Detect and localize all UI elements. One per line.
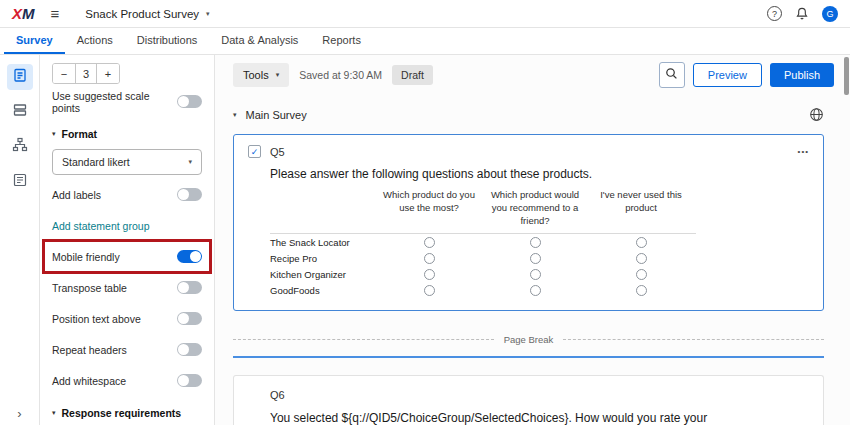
radio-option[interactable] (424, 285, 435, 296)
user-avatar[interactable]: G (822, 6, 838, 22)
matrix-corner (270, 187, 376, 233)
rail-item-survey-flow[interactable] (7, 134, 33, 160)
matrix-column-header[interactable]: Which product would you recommend to a f… (482, 187, 588, 233)
matrix-cell (588, 253, 694, 264)
radio-option[interactable] (424, 253, 435, 264)
matrix-column-header[interactable]: I've never used this product (588, 187, 694, 233)
radio-option[interactable] (636, 269, 647, 280)
stepper-decrement-button[interactable]: − (53, 64, 75, 83)
radio-option[interactable] (530, 253, 541, 264)
stepper-increment-button[interactable]: + (97, 64, 119, 83)
tools-label: Tools (243, 69, 269, 81)
radio-option[interactable] (530, 269, 541, 280)
rail-item-blocks[interactable] (7, 99, 33, 125)
page-break-line (233, 339, 494, 340)
publish-button[interactable]: Publish (770, 63, 834, 87)
matrix-row: The Snack Locator (270, 234, 696, 250)
chevron-down-icon: ▾ (276, 71, 280, 79)
tab-survey[interactable]: Survey (4, 28, 65, 54)
matrix-row: GoodFoods (270, 282, 696, 298)
question-card-q5[interactable]: ✓ Q5 ••• Please answer the following que… (233, 134, 824, 311)
option-row-transpose-table: Transpose table (40, 272, 214, 303)
expand-panel-chevron[interactable]: › (0, 406, 39, 421)
use-suggested-scale-points-toggle[interactable] (177, 95, 202, 108)
radio-option[interactable] (530, 285, 541, 296)
chevron-down-icon: ▾ (206, 10, 210, 18)
transpose-table-toggle[interactable] (177, 281, 202, 294)
add-whitespace-toggle[interactable] (177, 374, 202, 387)
matrix-column-header[interactable]: Which product do you use the most? (376, 187, 482, 233)
help-button[interactable]: ? (767, 6, 782, 21)
toolbar-actions: Preview Publish (659, 62, 834, 88)
question-text[interactable]: Please answer the following questions ab… (270, 167, 809, 181)
matrix-cell (482, 285, 588, 296)
option-label: Transpose table (52, 282, 127, 294)
tab-distributions[interactable]: Distributions (125, 28, 210, 54)
option-label: Add labels (52, 189, 101, 201)
topbar-actions: ? G (767, 6, 838, 22)
question-text[interactable]: You selected ${q://QID5/ChoiceGroup/Sele… (270, 409, 715, 425)
question-card-q6[interactable]: Q6 You selected ${q://QID5/ChoiceGroup/S… (233, 375, 824, 425)
matrix-row-label[interactable]: Recipe Pro (270, 253, 376, 264)
block-title: Main Survey (246, 109, 307, 121)
saved-status: Saved at 9:30 AM (299, 69, 382, 81)
survey-canvas: ▾ Main Survey ✓ Q5 ••• Please a (215, 95, 850, 425)
option-label: Mobile friendly (52, 251, 120, 263)
matrix-cell (588, 269, 694, 280)
option-label: Add whitespace (52, 375, 126, 387)
option-row-add-statement-group: Add statement group (40, 210, 214, 241)
matrix-row-label[interactable]: The Snack Locator (270, 237, 376, 248)
qualtrics-survey-editor: XM ≡ Snack Product Survey ▾ ? G Survey A… (0, 0, 850, 425)
matrix-row: Recipe Pro (270, 250, 696, 266)
search-icon (665, 67, 678, 83)
search-button[interactable] (659, 62, 685, 88)
tools-dropdown-button[interactable]: Tools ▾ (233, 63, 289, 87)
radio-option[interactable] (636, 253, 647, 264)
option-label: Repeat headers (52, 344, 127, 356)
section-label: Format (62, 128, 98, 140)
preview-button[interactable]: Preview (693, 63, 762, 87)
matrix-row-label[interactable]: GoodFoods (270, 285, 376, 296)
position-text-above-toggle[interactable] (177, 312, 202, 325)
rail-item-builder[interactable] (7, 64, 33, 90)
matrix-header-row: Which product do you use the most? Which… (270, 187, 696, 234)
radio-option[interactable] (530, 237, 541, 248)
format-select-value: Standard likert (62, 156, 130, 168)
hamburger-menu-icon[interactable]: ≡ (51, 6, 60, 21)
tab-data-analysis[interactable]: Data & Analysis (209, 28, 310, 54)
notifications-bell-icon[interactable] (795, 6, 809, 21)
section-collapse-icon: ▾ (52, 409, 56, 417)
page-break-divider: Page Break (233, 334, 824, 345)
block-collapse-icon[interactable]: ▾ (233, 111, 237, 119)
mobile-friendly-toggle[interactable] (177, 250, 202, 263)
add-statement-group-link[interactable]: Add statement group (52, 220, 149, 232)
radio-option[interactable] (424, 269, 435, 280)
question-checkbox[interactable]: ✓ (248, 145, 261, 158)
select-chevron-icon: ▾ (188, 158, 192, 166)
editor-toolbar: Tools ▾ Saved at 9:30 AM Draft Preview P… (215, 55, 850, 95)
tab-reports[interactable]: Reports (310, 28, 373, 54)
add-labels-toggle[interactable] (177, 188, 202, 201)
matrix-row-label[interactable]: Kitchen Organizer (270, 269, 376, 280)
survey-title-menu[interactable]: Snack Product Survey ▾ (85, 8, 209, 20)
question-menu-ellipsis-icon[interactable]: ••• (798, 147, 809, 156)
insert-indicator-line (233, 356, 824, 358)
radio-option[interactable] (636, 285, 647, 296)
format-section-header[interactable]: ▾ Format (40, 120, 214, 147)
radio-option[interactable] (636, 237, 647, 248)
response-requirements-section-header[interactable]: ▾ Response requirements (40, 399, 214, 425)
matrix-cell (376, 269, 482, 280)
format-select[interactable]: Standard likert ▾ (52, 149, 202, 175)
vertical-scrollbar-thumb[interactable] (844, 57, 849, 95)
globe-language-icon[interactable] (809, 107, 824, 122)
editor-main: Tools ▾ Saved at 9:30 AM Draft Preview P… (215, 55, 850, 425)
option-row-mobile-friendly: Mobile friendly (40, 241, 214, 272)
page-break-line (563, 339, 824, 340)
radio-option[interactable] (424, 237, 435, 248)
option-row-use-suggested-scale-points: Use suggested scale points (40, 86, 214, 117)
rail-item-survey-options[interactable] (7, 169, 33, 195)
tab-actions[interactable]: Actions (65, 28, 125, 54)
section-collapse-icon: ▾ (52, 130, 56, 138)
repeat-headers-toggle[interactable] (177, 343, 202, 356)
matrix-cell (376, 253, 482, 264)
